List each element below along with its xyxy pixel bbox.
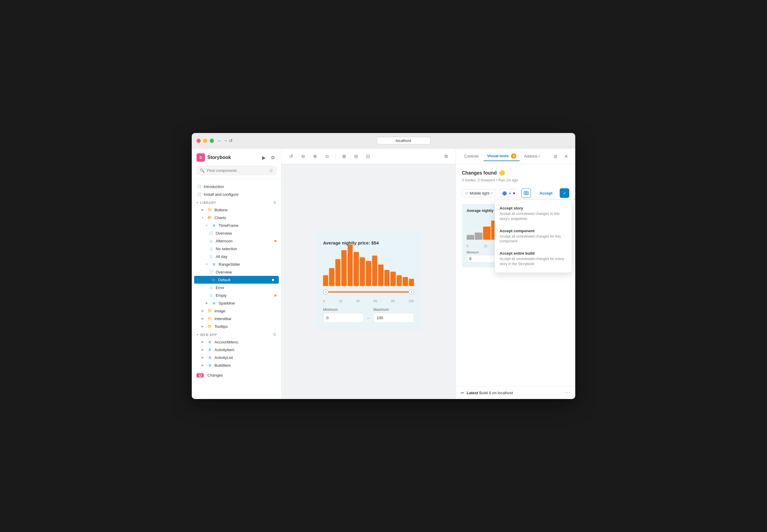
sidebar-item-rangeslider[interactable]: ▾ ⊞ RangeSlider <box>192 260 281 268</box>
sidebar-item-interstitial[interactable]: ▶ 📁 Interstitial <box>192 315 281 322</box>
search-icon: 🔍 <box>200 168 205 173</box>
change-dot <box>274 240 277 242</box>
main-content: S Storybook ▶ ⚙ 🔍 / 📄 Introduct <box>192 149 575 399</box>
back-button[interactable]: ← <box>218 138 222 143</box>
chevron-right-icon: ▶ <box>200 363 205 368</box>
sidebar-item-overview-tf[interactable]: 📄 Overview <box>192 229 281 237</box>
outline-button[interactable]: ⊡ <box>363 152 373 161</box>
grid-button[interactable]: ⊞ <box>339 152 349 161</box>
sidebar-item-introduction[interactable]: 📄 Introduction <box>192 183 281 190</box>
play-button[interactable]: ▶ <box>260 154 268 161</box>
accept-button[interactable]: Accept <box>535 189 557 197</box>
panel-sidebar-icon[interactable]: ⊟ <box>551 152 560 160</box>
sidebar-item-accountmenu[interactable]: ▶ ⊞ AccountMenu <box>192 338 281 346</box>
folder-icon: 📁 <box>207 308 212 313</box>
search-box[interactable]: 🔍 / <box>197 166 277 175</box>
sidebar-item-builditem[interactable]: ▶ ⊞ BuildItem <box>192 361 281 369</box>
browser-selector[interactable]: ⬤ ● ▾ <box>499 189 518 197</box>
histogram-bar <box>366 261 371 286</box>
change-dot <box>274 294 277 296</box>
accept-dropdown-menu: Accept story Accept all unreviewed chang… <box>494 200 572 273</box>
svg-point-1 <box>525 192 527 194</box>
accept-story-item[interactable]: Accept story Accept all unreviewed chang… <box>495 202 572 225</box>
footer-more-button[interactable]: ··· <box>565 390 570 395</box>
min-input[interactable] <box>323 313 364 323</box>
mini-histogram-bar <box>483 227 490 240</box>
sidebar-item-install[interactable]: 📄 Install and configure <box>192 190 281 198</box>
sidebar-item-label: TimeFrame <box>219 223 277 228</box>
sidebar-item-error[interactable]: ◻ Error <box>192 284 281 291</box>
refresh-button[interactable]: ↺ <box>229 138 233 143</box>
sidebar-item-label: Introduction <box>204 184 277 189</box>
histogram-bar <box>348 245 353 286</box>
sidebar-item-afternoon[interactable]: ◻ Afternoon <box>192 237 281 245</box>
sidebar-item-no-selection[interactable]: ◻ No selection <box>192 245 281 253</box>
close-button[interactable] <box>197 139 201 143</box>
storybook-logo-text: Storybook <box>207 155 231 160</box>
story-icon: ◻ <box>209 239 213 243</box>
collapse-icon[interactable]: ▾ <box>197 201 198 204</box>
range-thumb-min[interactable] <box>323 289 329 295</box>
section-options[interactable]: ⇅ <box>273 201 277 205</box>
histogram-bar <box>372 256 377 286</box>
max-input-group: Maximum <box>373 308 414 323</box>
sidebar-item-all-day[interactable]: ◻ All day <box>192 253 281 260</box>
group-icon: ⊞ <box>207 340 212 344</box>
addons-chevron-icon: ▾ <box>538 155 540 158</box>
measure-button[interactable]: ⊟ <box>351 152 361 161</box>
tab-controls[interactable]: Controls <box>461 152 482 160</box>
minimize-button[interactable] <box>203 139 207 143</box>
maximize-button[interactable] <box>210 139 214 143</box>
zoom-in-button[interactable]: ⊕ <box>310 152 320 161</box>
zoom-reset-button[interactable]: ⊙ <box>322 152 332 161</box>
folder-icon: 📁 <box>207 324 212 329</box>
accept-story-title: Accept story <box>499 206 567 210</box>
sidebar-item-label: Charts <box>215 215 277 220</box>
sidebar-header: S Storybook ▶ ⚙ 🔍 / <box>192 149 281 179</box>
section-options[interactable]: ⇅ <box>273 333 277 337</box>
traffic-lights <box>197 139 214 143</box>
panel-close-button[interactable]: ✕ <box>562 152 570 160</box>
collapse-icon[interactable]: ▾ <box>197 333 198 336</box>
sidebar-item-timeframe[interactable]: ▾ ⊞ TimeFrame <box>192 221 281 229</box>
mode-selector[interactable]: ◇ Mobile light ▾ <box>462 189 496 197</box>
range-slider[interactable] <box>323 288 414 296</box>
tab-addons[interactable]: Addons ▾ <box>521 152 543 160</box>
histogram-bar <box>354 252 359 286</box>
sidebar-item-tooltips[interactable]: ▶ 📁 Tooltips <box>192 322 281 330</box>
cursor-icon: 👆 <box>572 194 575 203</box>
folder-icon: 📁 <box>207 207 212 212</box>
titlebar-center: localhost <box>236 137 570 144</box>
open-new-tab-button[interactable]: ⧉ <box>441 152 451 161</box>
sidebar-item-activitylist[interactable]: ▶ ⊞ ActivityList <box>192 354 281 361</box>
forward-button[interactable]: → <box>223 138 228 143</box>
sidebar-item-buttons[interactable]: ▶ 📁 Buttons <box>192 206 281 214</box>
range-thumb-max[interactable] <box>409 289 414 295</box>
sidebar-item-sparkline[interactable]: ▶ ⊞ Sparkline <box>192 299 281 307</box>
histogram-bar <box>323 275 328 286</box>
preview-area: Average nightly price: $54 0 20 40 60 <box>282 164 456 399</box>
search-input[interactable] <box>207 168 267 173</box>
accept-component-title: Accept component <box>499 229 567 233</box>
sidebar-item-charts[interactable]: ▾ 📂 Charts <box>192 214 281 221</box>
accept-dropdown-button[interactable]: ✓ <box>560 188 569 198</box>
refresh-toolbar-button[interactable]: ↺ <box>286 152 296 161</box>
accept-component-item[interactable]: Accept component Accept all unreviewed c… <box>495 225 572 248</box>
sidebar-item-empty[interactable]: ◻ Empty <box>192 291 281 299</box>
mini-histogram-bar <box>475 233 482 240</box>
sidebar-item-overview-rs[interactable]: 📄 Overview <box>192 268 281 276</box>
changes-meta: 3 modes, 3 browsers • Ran 1m ago <box>462 178 569 182</box>
accept-build-item[interactable]: Accept entire build Accept all unreviewe… <box>495 247 572 270</box>
footer-text: Latest Build 6 on localhost <box>467 391 562 395</box>
zoom-out-button[interactable]: ⊖ <box>298 152 308 161</box>
tab-visual-tests[interactable]: Visual tests 3 <box>483 152 520 161</box>
screenshot-icon-button[interactable] <box>521 188 531 198</box>
max-input[interactable] <box>373 313 414 323</box>
sidebar-item-changes[interactable]: 12 Changes <box>192 372 281 379</box>
sidebar-item-image[interactable]: ▶ 📁 Image <box>192 307 281 315</box>
sidebar-item-activityitem[interactable]: ▶ ⊞ ActivityItem <box>192 346 281 354</box>
sidebar-item-default[interactable]: ◻ Default <box>194 276 279 284</box>
settings-button[interactable]: ⚙ <box>269 154 277 161</box>
sidebar-item-label: Install and configure <box>204 192 277 197</box>
sidebar-item-label: AccountMenu <box>215 340 277 344</box>
